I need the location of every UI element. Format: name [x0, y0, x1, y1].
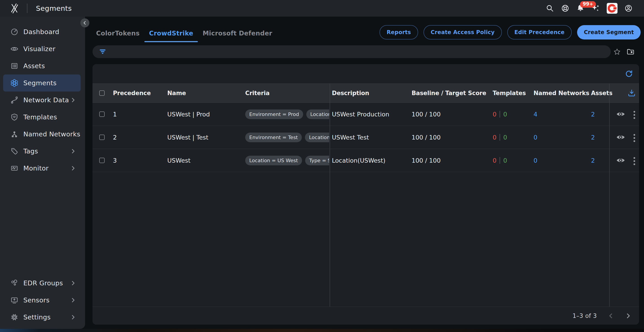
- sparkle-icon[interactable]: [592, 4, 600, 12]
- star-icon[interactable]: [613, 48, 621, 56]
- tab-colortokens[interactable]: ColorTokens: [92, 24, 144, 42]
- kebab-icon: [633, 110, 636, 118]
- column-header-templates: Templates: [493, 84, 526, 102]
- segments-table-card: PrecedenceNameCriteriaDescriptionBaselin…: [92, 64, 639, 325]
- sidebar-item-named-networks[interactable]: Named Networks: [0, 126, 85, 143]
- sidebar-item-tags[interactable]: Tags: [0, 143, 85, 160]
- kebab-icon: [633, 156, 636, 165]
- app-root: Segments 99+ DashboardVisualizerAssetsSe…: [0, 0, 644, 332]
- pagination-next-button[interactable]: [625, 313, 632, 319]
- sidebar-item-dashboard[interactable]: Dashboard: [0, 23, 85, 40]
- sidebar-item-label: Monitor: [23, 164, 48, 172]
- column-header-baseline-target-score: Baseline / Target Score: [412, 84, 486, 102]
- sidebar-item-network-data[interactable]: Network Data: [0, 91, 85, 109]
- templates-count-red: 0: [493, 157, 496, 164]
- templates-separator: [500, 111, 500, 118]
- tab-crowdstrike[interactable]: CrowdStrike: [144, 24, 198, 42]
- criteria-chips: Location = US WestType = Server: [245, 156, 329, 165]
- table-row[interactable]: 2USWest | TestEnvironment = TestLocation…: [92, 126, 639, 149]
- cell-named-networks[interactable]: 0: [534, 149, 537, 172]
- cell-assets[interactable]: 2: [591, 149, 595, 172]
- sidebar-item-label: Sensors: [23, 296, 50, 304]
- cell-assets[interactable]: 2: [591, 126, 595, 149]
- table-row[interactable]: 3USWestLocation = US WestType = ServerLo…: [92, 149, 639, 172]
- chevron-right-icon: [70, 314, 76, 320]
- tab-microsoft-defender[interactable]: Microsoft Defender: [198, 24, 277, 42]
- row-checkbox-cell: [99, 103, 108, 126]
- gauge-icon: [10, 28, 18, 36]
- cell-criteria: Environment = TestLocation = US: [245, 126, 329, 149]
- column-divider-actions: [609, 83, 610, 307]
- sidebar-item-settings[interactable]: Settings: [0, 309, 85, 326]
- select-all-checkbox[interactable]: [99, 90, 105, 96]
- topbar-divider: [27, 3, 28, 13]
- sidebar-item-sensors[interactable]: Sensors: [0, 292, 85, 309]
- create-segment-button[interactable]: Create Segment: [577, 25, 641, 39]
- create-access-policy-button[interactable]: Create Access Policy: [424, 25, 502, 39]
- filter-input[interactable]: [92, 45, 611, 58]
- cell-named-networks[interactable]: 0: [534, 126, 537, 149]
- cell-templates: 00: [493, 126, 507, 149]
- cell-named-networks[interactable]: 4: [534, 103, 537, 126]
- reports-button[interactable]: Reports: [380, 25, 418, 39]
- cell-description: USWest Test: [332, 126, 410, 149]
- chevron-right-icon: [70, 297, 76, 303]
- row-checkbox[interactable]: [99, 111, 105, 117]
- xshield-logo-icon: [10, 3, 19, 14]
- sidebar-item-segments[interactable]: Segments: [3, 74, 80, 91]
- eye-action-icon: [616, 134, 625, 141]
- help-icon[interactable]: [561, 4, 570, 12]
- sidebar-item-label: Segments: [23, 79, 56, 87]
- view-segment-button[interactable]: [616, 103, 625, 126]
- column-header-named-networks: Named Networks: [534, 84, 589, 102]
- pagination-bar: 1–3 of 3: [92, 307, 639, 325]
- sidebar-item-visualizer[interactable]: Visualizer: [0, 40, 85, 57]
- sidebar-nav-bottom: EDR GroupsSensorsSettings: [0, 275, 85, 326]
- row-checkbox[interactable]: [99, 135, 105, 140]
- notifications-icon[interactable]: 99+: [576, 4, 585, 12]
- sidebar-item-edr-groups[interactable]: EDR Groups: [0, 275, 85, 292]
- sensor-icon: [10, 296, 18, 304]
- row-menu-button[interactable]: [633, 149, 637, 172]
- sidebar-nav-top: DashboardVisualizerAssetsSegmentsNetwork…: [0, 23, 85, 177]
- pagination-prev-button[interactable]: [608, 313, 614, 319]
- cell-assets[interactable]: 2: [591, 103, 595, 126]
- cell-name: USWest: [167, 149, 244, 172]
- sidebar-item-templates[interactable]: Templates: [0, 109, 85, 126]
- tag-icon: [10, 147, 18, 155]
- criteria-chip: Location = US: [305, 133, 329, 142]
- column-header-criteria: Criteria: [245, 84, 329, 102]
- sidebar-item-label: Visualizer: [23, 45, 56, 53]
- cell-precedence: 3: [113, 149, 117, 172]
- table-toolbar: [92, 64, 639, 83]
- header-checkbox-cell: [99, 84, 108, 102]
- eye-icon: [10, 45, 18, 53]
- column-header-description: Description: [332, 84, 410, 102]
- download-icon[interactable]: [628, 84, 636, 102]
- criteria-chips: Environment = TestLocation = US: [245, 133, 329, 142]
- crowdstrike-logo[interactable]: [607, 3, 618, 14]
- view-segment-button[interactable]: [616, 126, 625, 149]
- desktop-edge: [0, 329, 644, 332]
- shield-icon: [10, 113, 18, 121]
- folder-star-icon[interactable]: [627, 48, 634, 56]
- criteria-chip: Location = US West: [245, 156, 302, 165]
- gear-icon: [10, 313, 18, 321]
- row-menu-button[interactable]: [633, 103, 637, 126]
- page-title: Segments: [36, 4, 72, 12]
- eye-action-icon: [616, 157, 625, 164]
- view-segment-button[interactable]: [616, 149, 625, 172]
- sidebar-collapse-button[interactable]: [80, 18, 89, 27]
- account-icon[interactable]: [624, 4, 633, 12]
- criteria-chips: Environment = ProdLocation = US: [245, 109, 329, 119]
- sidebar-item-monitor[interactable]: Monitor: [0, 160, 85, 177]
- table-row[interactable]: 1USWest | ProdEnvironment = ProdLocation…: [92, 103, 639, 126]
- edit-precedence-button[interactable]: Edit Precedence: [507, 25, 572, 39]
- row-checkbox[interactable]: [99, 158, 105, 163]
- sidebar-item-assets[interactable]: Assets: [0, 57, 85, 74]
- criteria-chip: Location = US: [306, 109, 329, 119]
- table-header-row: PrecedenceNameCriteriaDescriptionBaselin…: [92, 83, 639, 103]
- row-menu-button[interactable]: [633, 126, 637, 149]
- search-icon[interactable]: [546, 4, 554, 12]
- refresh-icon[interactable]: [625, 69, 633, 78]
